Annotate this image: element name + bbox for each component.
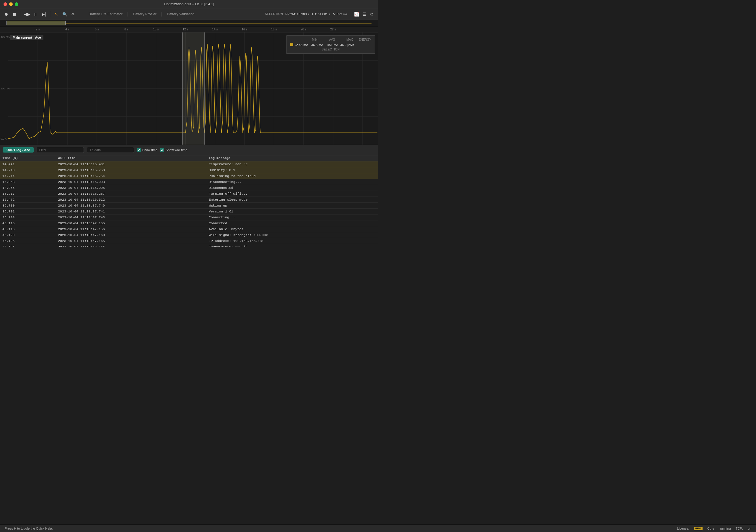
log-cell-time: 14.441	[0, 162, 56, 167]
stats-header: MIN AVG MAX ENERGY	[290, 38, 371, 41]
log-cell-time: 36.701	[0, 209, 56, 215]
forward-button[interactable]: ▶|	[40, 11, 47, 17]
log-cell-walltime: 2023-10-04 11:18:15.754	[56, 173, 206, 179]
chart-label: Main current - Ace	[10, 35, 43, 40]
split-button[interactable]: ⏸	[32, 11, 39, 17]
log-cell-walltime: 2023-10-04 11:18:15.481	[56, 162, 206, 167]
log-cell-msg: Humidity: 0 %	[206, 167, 378, 173]
time-tick-4: 10 s	[153, 28, 159, 31]
time-tick-8: 18 s	[271, 28, 277, 31]
y-label-400: 400 mA	[1, 36, 10, 38]
selection-from: FROM: 13.908 s	[285, 13, 309, 16]
titlebar: Optimization.otii3 – Otii 3 [3.4.1]	[0, 0, 378, 8]
log-cell-walltime: 2023-10-04 11:18:15.753	[56, 167, 206, 173]
list-view-button[interactable]: ☰	[361, 11, 367, 17]
log-cell-time: 46.125	[0, 238, 56, 244]
stop-button[interactable]: ⏹	[11, 11, 18, 17]
log-cell-walltime: 2023-10-04 11:18:48.165	[56, 244, 206, 247]
show-wall-time-label: Show wall time	[166, 148, 187, 152]
log-cell-time: 36.700	[0, 203, 56, 209]
log-cell-msg: IP address: 192.168.156.181	[206, 238, 378, 244]
log-row[interactable]: 46.1152023-10-04 11:18:47.155Connected	[0, 220, 378, 226]
log-container[interactable]: Time (s) Wall time Log message 14.441202…	[0, 155, 378, 247]
log-cell-time: 47.125	[0, 244, 56, 247]
log-row[interactable]: 14.9632023-10-04 11:18:16.003Disconnecti…	[0, 179, 378, 185]
svg-rect-15	[182, 33, 205, 144]
log-cell-walltime: 2023-10-04 11:18:16.003	[56, 179, 206, 185]
log-row[interactable]: 46.1202023-10-04 11:18:47.160WiFi signal…	[0, 232, 378, 238]
log-cell-time: 15.472	[0, 197, 56, 203]
log-row[interactable]: 46.1252023-10-04 11:18:47.165IP address:…	[0, 238, 378, 244]
log-row[interactable]: 14.7142023-10-04 11:18:15.754Publishing …	[0, 173, 378, 179]
record-button[interactable]: ⏺	[3, 11, 10, 17]
uart-toolbar: UART log - Ace Show time Show wall time	[0, 144, 378, 155]
log-cell-time: 14.965	[0, 185, 56, 191]
log-table: Time (s) Wall time Log message 14.441202…	[0, 155, 378, 247]
log-cell-walltime: 2023-10-04 11:18:37.743	[56, 215, 206, 220]
window-title: Optimization.otii3 – Otii 3 [3.4.1]	[164, 2, 214, 6]
time-tick-10: 22 s	[331, 28, 336, 31]
log-cell-msg: Available: 0bytes	[206, 226, 378, 232]
chart-view-button[interactable]: 📈	[353, 11, 360, 17]
txdata-input[interactable]	[87, 147, 134, 153]
log-row[interactable]: 36.7012023-10-04 11:18:37.741Version 1.0…	[0, 209, 378, 215]
show-time-label: Show time	[142, 148, 157, 152]
log-cell-msg: WiFi signal strength: 100.00%	[206, 232, 378, 238]
selection-to: TO: 14.801 s	[311, 13, 330, 16]
tab-battery-profiler[interactable]: Battery Profiler	[128, 11, 161, 17]
log-cell-msg: Turning off wifi...	[206, 191, 378, 197]
time-tick-3: 8 s	[124, 28, 128, 31]
stats-dot	[290, 43, 293, 46]
log-row[interactable]: 15.4722023-10-04 11:18:16.512Entering sl…	[0, 197, 378, 203]
filter-input[interactable]	[37, 147, 84, 153]
stats-col-energy: ENERGY	[359, 38, 371, 41]
log-row[interactable]: 36.7032023-10-04 11:18:37.743Connecting.…	[0, 215, 378, 220]
toolbar: ⏺ ⏹ ◀▶ ⏸ ▶| ↖ 🔍 ✥ Battery Life Estimator…	[0, 8, 378, 20]
log-cell-time: 46.116	[0, 226, 56, 232]
stats-avg: 36.6 mA	[310, 43, 323, 47]
move-tool[interactable]: ✥	[70, 11, 76, 17]
y-label-200: 200 mA	[1, 87, 10, 90]
time-tick-5: 12 s	[183, 28, 188, 31]
show-time-checkbox[interactable]	[137, 148, 141, 152]
log-cell-msg: Publishing to the cloud	[206, 173, 378, 179]
traffic-lights	[4, 2, 18, 6]
log-cell-time: 36.703	[0, 215, 56, 220]
log-cell-walltime: 2023-10-04 11:18:47.160	[56, 232, 206, 238]
tab-battery-life[interactable]: Battery Life Estimator	[84, 11, 127, 17]
log-row[interactable]: 47.1252023-10-04 11:18:48.165Temperature…	[0, 244, 378, 247]
log-row[interactable]: 14.9652023-10-04 11:18:16.005Disconnecte…	[0, 185, 378, 191]
log-row[interactable]: 36.7002023-10-04 11:18:37.740Waking up	[0, 203, 378, 209]
log-table-header: Time (s) Wall time Log message	[0, 155, 378, 162]
log-cell-time: 46.115	[0, 220, 56, 226]
selection-delta: Δ: 892 ms	[333, 13, 347, 16]
uart-tab[interactable]: UART log - Ace	[3, 147, 34, 153]
settings-button[interactable]: ⚙	[368, 11, 375, 17]
log-row[interactable]: 14.4412023-10-04 11:18:15.481Temperature…	[0, 162, 378, 167]
close-button[interactable]	[4, 2, 7, 6]
cursor-tool[interactable]: ↖	[53, 11, 60, 17]
toolbar-separator-1	[21, 11, 21, 17]
log-cell-msg: Connected	[206, 220, 378, 226]
maximize-button[interactable]	[15, 2, 18, 6]
log-cell-time: 14.714	[0, 173, 56, 179]
log-cell-msg: Version 1.01	[206, 209, 378, 215]
log-cell-time: 15.217	[0, 191, 56, 197]
stats-energy: 36.2 µWh	[340, 43, 354, 47]
time-tick-2: 6 s	[95, 28, 99, 31]
show-wall-time-checkbox[interactable]	[160, 148, 164, 152]
log-cell-walltime: 2023-10-04 11:18:37.741	[56, 209, 206, 215]
minimize-button[interactable]	[9, 2, 13, 6]
log-cell-msg: Temperature: nan °C	[206, 162, 378, 167]
log-row[interactable]: 46.1162023-10-04 11:18:47.156Available: …	[0, 226, 378, 232]
time-tick-7: 16 s	[242, 28, 248, 31]
stats-box: MIN AVG MAX ENERGY -2.43 mA 36.6 mA 451 …	[286, 36, 375, 54]
chart-area[interactable]: 400 mA 200 mA 0.0 A Main current - Ace M…	[0, 33, 378, 144]
overview-strip[interactable]	[0, 20, 378, 27]
log-row[interactable]: 14.7132023-10-04 11:18:15.753Humidity: 0…	[0, 167, 378, 173]
tab-battery-validation[interactable]: Battery Validation	[162, 11, 199, 17]
overview-thumb[interactable]	[7, 21, 66, 25]
back-button[interactable]: ◀▶	[24, 11, 30, 17]
search-tool[interactable]: 🔍	[62, 11, 68, 17]
log-row[interactable]: 15.2172023-10-04 11:18:16.257Turning off…	[0, 191, 378, 197]
